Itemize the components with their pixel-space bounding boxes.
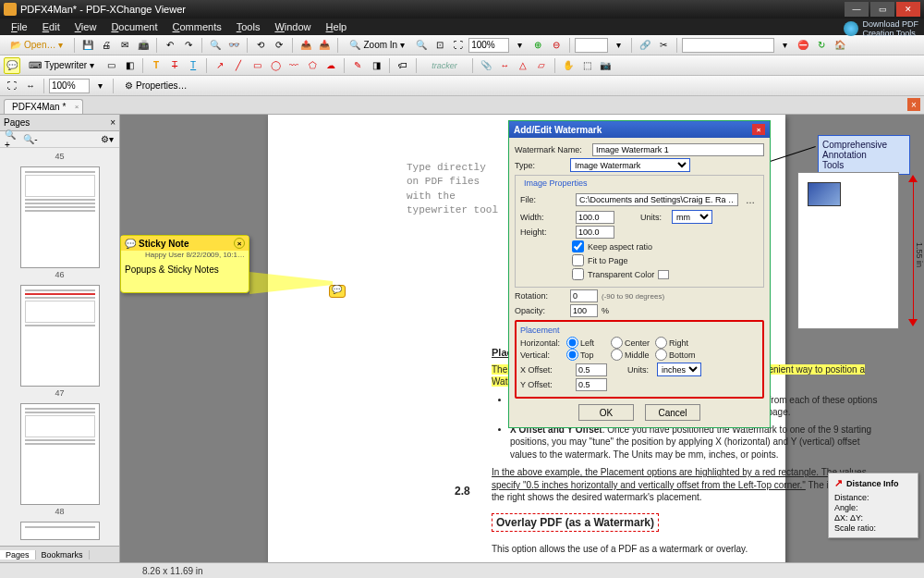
textbox-tool[interactable]: ▭ xyxy=(103,57,119,74)
page-thumbnail[interactable] xyxy=(20,285,100,387)
menu-edit[interactable]: Edit xyxy=(35,21,67,32)
close-all-tabs-button[interactable]: × xyxy=(907,98,920,111)
page-thumbnail[interactable] xyxy=(20,522,100,540)
measure-dist-tool[interactable]: ↔ xyxy=(496,57,513,74)
rotate-ccw-button[interactable]: ⟲ xyxy=(252,37,269,54)
width-input[interactable] xyxy=(576,211,614,224)
sticky-note-tool[interactable]: 💬 xyxy=(4,57,20,74)
menu-view[interactable]: View xyxy=(67,21,104,32)
hand-tool[interactable]: ✋ xyxy=(560,57,577,74)
attach-tool[interactable]: 📎 xyxy=(478,57,494,74)
properties-button[interactable]: ⚙ Properties… xyxy=(118,78,194,94)
highlight-tool[interactable]: T xyxy=(148,57,164,74)
sticky-close-button[interactable]: × xyxy=(234,238,245,249)
zoom-plus-button[interactable]: ⊕ xyxy=(529,37,546,54)
eraser-tool[interactable]: ◨ xyxy=(368,57,384,74)
reload-button[interactable]: ↻ xyxy=(813,37,830,54)
zoom-minus-button[interactable]: ⊖ xyxy=(548,37,565,54)
dialog-close-button[interactable]: × xyxy=(752,124,765,135)
page-zoom-input[interactable] xyxy=(575,38,608,53)
arrow-tool[interactable]: ↗ xyxy=(212,57,228,74)
zoom-dropdown-2[interactable]: ▾ xyxy=(91,78,108,94)
file-input[interactable] xyxy=(576,193,738,206)
zoom-out-icon-button[interactable]: 🔍 xyxy=(413,37,430,54)
browse-button[interactable]: … xyxy=(742,191,759,208)
callout-tool[interactable]: ◧ xyxy=(121,57,138,74)
rotation-input[interactable] xyxy=(570,289,598,302)
strikeout-tool[interactable]: T xyxy=(166,57,183,74)
document-tab[interactable]: PDFX4Man * × xyxy=(4,99,83,114)
opacity-input[interactable] xyxy=(570,304,598,317)
sidebar-tab-bookmarks[interactable]: Bookmarks xyxy=(36,550,90,560)
menu-file[interactable]: File xyxy=(4,21,35,32)
transparent-checkbox[interactable] xyxy=(572,268,584,280)
xoffset-input[interactable] xyxy=(576,363,607,376)
ok-button[interactable]: OK xyxy=(578,404,634,421)
zoom-fit-button[interactable]: ⛶ xyxy=(450,37,467,54)
h-left-radio[interactable] xyxy=(566,337,578,349)
keep-aspect-checkbox[interactable] xyxy=(572,240,584,252)
pages-panel-close[interactable]: × xyxy=(110,117,116,128)
polygon-tool[interactable]: ⬠ xyxy=(304,57,321,74)
zoom-dropdown[interactable]: ▾ xyxy=(511,37,528,54)
thumb-zoom-in[interactable]: 🔍+ xyxy=(4,131,20,148)
page-thumbnail[interactable] xyxy=(20,166,100,268)
yoffset-input[interactable] xyxy=(576,378,607,391)
menu-help[interactable]: Help xyxy=(319,21,355,32)
fit-width-button[interactable]: ↔ xyxy=(22,78,39,94)
color-swatch[interactable] xyxy=(658,270,669,279)
rotate-cw-button[interactable]: ⟳ xyxy=(271,37,287,54)
line-tool[interactable]: ╱ xyxy=(230,57,247,74)
units-select[interactable]: mm xyxy=(672,210,712,224)
sticky-note-icon[interactable] xyxy=(329,285,346,298)
fit-page-checkbox[interactable] xyxy=(572,254,584,266)
save-button[interactable]: 💾 xyxy=(79,37,96,54)
measure-area-tool[interactable]: ▱ xyxy=(533,57,550,74)
thumb-options[interactable]: ⚙▾ xyxy=(99,131,116,148)
download-pdf-badge[interactable]: Download PDF Creation Tools xyxy=(844,19,918,38)
undo-button[interactable]: ↶ xyxy=(162,37,178,54)
select-tool[interactable]: ⬚ xyxy=(578,57,595,74)
v-middle-radio[interactable] xyxy=(611,349,623,361)
cancel-button[interactable]: Cancel xyxy=(645,404,700,421)
h-right-radio[interactable] xyxy=(655,337,667,349)
zoom-in-button[interactable]: 🔍 Zoom In ▾ xyxy=(343,37,411,54)
go-button[interactable]: ▾ xyxy=(776,37,793,54)
fit-page-button[interactable]: ⛶ xyxy=(4,78,20,94)
watermark-name-input[interactable] xyxy=(592,143,764,156)
menu-window[interactable]: Window xyxy=(267,21,318,32)
print-button[interactable]: 🖨 xyxy=(98,37,115,54)
page-thumbnail[interactable] xyxy=(20,403,100,505)
maximize-button[interactable]: ▭ xyxy=(870,2,894,17)
stop-button[interactable]: ⛔ xyxy=(795,37,811,54)
snapshot2-tool[interactable]: 📷 xyxy=(597,57,614,74)
distance-info-panel[interactable]: ↗Distance Info Distance: Angle: ΔX: ΔY: … xyxy=(828,473,918,538)
offset-units-select[interactable]: inches xyxy=(657,363,701,376)
zoom-percent-input[interactable] xyxy=(468,38,509,53)
underline-tool[interactable]: T xyxy=(185,57,201,74)
sticky-note-popup[interactable]: 💬 Sticky Note × Happy User 8/22/2009, 10… xyxy=(120,235,249,293)
pencil-tool[interactable]: ✎ xyxy=(349,57,366,74)
height-input[interactable] xyxy=(576,226,614,239)
menu-tools[interactable]: Tools xyxy=(229,21,268,32)
window-close-button[interactable]: ✕ xyxy=(896,2,920,17)
v-bottom-radio[interactable] xyxy=(655,349,667,361)
sticky-body[interactable]: Popups & Sticky Notes xyxy=(121,261,249,292)
home-button[interactable]: 🏠 xyxy=(832,37,848,54)
measure-perim-tool[interactable]: △ xyxy=(515,57,531,74)
stamp-tool[interactable]: 🏷 xyxy=(395,57,411,74)
minimize-button[interactable]: — xyxy=(845,2,869,17)
search-button[interactable]: 👓 xyxy=(225,37,242,54)
h-center-radio[interactable] xyxy=(611,337,623,349)
menu-comments[interactable]: Comments xyxy=(165,21,229,32)
typewriter-tool[interactable]: ⌨ Typewriter ▾ xyxy=(22,57,101,74)
address-input[interactable] xyxy=(682,38,774,53)
document-tab-close[interactable]: × xyxy=(75,103,79,111)
rect-tool[interactable]: ▭ xyxy=(249,57,265,74)
scan-button[interactable]: 📠 xyxy=(135,37,152,54)
open-button[interactable]: 📂 Open… ▾ xyxy=(4,37,69,54)
export-button[interactable]: 📤 xyxy=(298,37,314,54)
type-select[interactable]: Image Watermark xyxy=(570,158,690,172)
oval-tool[interactable]: ◯ xyxy=(267,57,284,74)
page-zoom-dropdown[interactable]: ▾ xyxy=(610,37,626,54)
